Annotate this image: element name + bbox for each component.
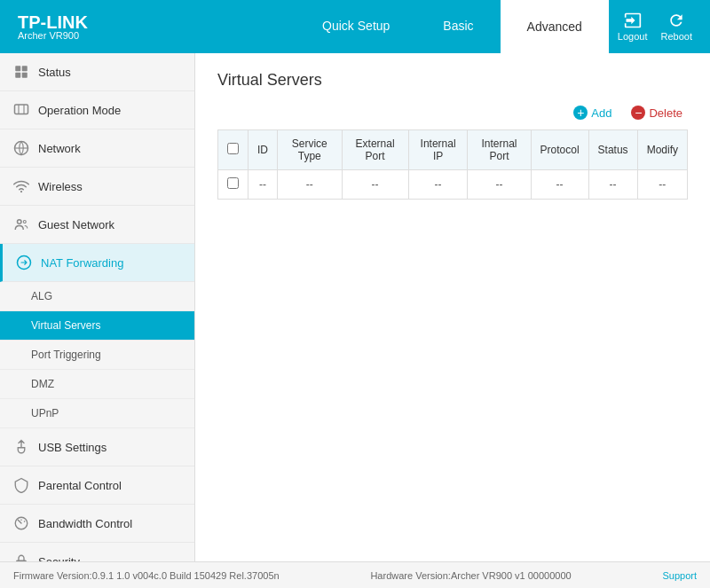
sidebar-item-wireless[interactable]: Wireless — [0, 168, 194, 206]
page-title: Virtual Servers — [217, 71, 688, 90]
col-protocol: Protocol — [531, 130, 588, 170]
operation-mode-icon — [13, 102, 29, 118]
table-cell: -- — [278, 170, 343, 200]
table-cell: -- — [637, 170, 687, 200]
tab-quick-setup[interactable]: Quick Setup — [296, 0, 416, 53]
table-cell: -- — [342, 170, 408, 200]
add-button[interactable]: + Add — [568, 103, 617, 122]
sidebar-item-status[interactable]: Status — [0, 53, 194, 91]
sidebar-subitem-port-triggering-label: Port Triggering — [31, 349, 101, 361]
select-all-checkbox[interactable] — [227, 143, 239, 154]
tab-advanced[interactable]: Advanced — [501, 0, 609, 53]
col-internal-port: Internal Port — [468, 130, 531, 170]
logo-model: Archer VR900 — [18, 31, 88, 41]
table-cell: -- — [408, 170, 468, 200]
content-area: Virtual Servers + Add − Delete ID Servic… — [195, 53, 710, 561]
svg-point-11 — [23, 221, 26, 223]
guest-network-icon — [13, 216, 29, 232]
logo-area: TP-LINK Archer VR900 — [18, 13, 88, 41]
sidebar-subitem-upnp[interactable]: UPnP — [0, 399, 194, 428]
main-layout: Status Operation Mode Network Wireless G… — [0, 53, 710, 561]
sidebar-item-security-label: Security — [38, 555, 80, 562]
sidebar-subitem-alg[interactable]: ALG — [0, 282, 194, 311]
sidebar-item-operation-mode[interactable]: Operation Mode — [0, 91, 194, 129]
tab-basic[interactable]: Basic — [416, 0, 500, 53]
sidebar-item-guest-network[interactable]: Guest Network — [0, 206, 194, 244]
wireless-icon — [13, 178, 29, 194]
security-icon — [13, 553, 29, 561]
header: TP-LINK Archer VR900 Quick Setup Basic A… — [0, 0, 710, 53]
sidebar-item-parental-control[interactable]: Parental Control — [0, 466, 194, 505]
col-service-type: Service Type — [278, 130, 343, 170]
sidebar-item-guest-network-label: Guest Network — [38, 218, 114, 231]
table-body: ---------------- — [218, 170, 688, 200]
sidebar-subitem-dmz-label: DMZ — [31, 378, 54, 390]
delete-label: Delete — [649, 106, 682, 120]
sidebar-item-nat-forwarding[interactable]: NAT Forwarding — [0, 244, 194, 282]
footer: Firmware Version:0.9.1 1.0 v004c.0 Build… — [0, 561, 710, 588]
table-cell: -- — [468, 170, 531, 200]
usb-settings-icon — [13, 439, 29, 455]
sidebar-subitem-upnp-label: UPnP — [31, 407, 59, 419]
sidebar-subitem-virtual-servers[interactable]: Virtual Servers — [0, 311, 194, 341]
col-modify: Modify — [637, 130, 687, 170]
sidebar-item-network-label: Network — [38, 142, 81, 155]
status-icon — [13, 64, 29, 80]
header-actions: Logout Reboot — [618, 12, 692, 42]
svg-rect-0 — [15, 66, 20, 71]
table-cell: -- — [531, 170, 588, 200]
delete-icon: − — [631, 106, 645, 120]
sidebar-item-bandwidth-control-label: Bandwidth Control — [38, 517, 132, 530]
sidebar-item-wireless-label: Wireless — [38, 180, 83, 193]
sidebar-subitem-dmz[interactable]: DMZ — [0, 370, 194, 399]
sidebar-subitem-port-triggering[interactable]: Port Triggering — [0, 341, 194, 370]
table-cell: -- — [588, 170, 637, 200]
svg-rect-2 — [15, 73, 20, 78]
table-actions: + Add − Delete — [217, 103, 688, 122]
sidebar-item-security[interactable]: Security — [0, 543, 194, 561]
sidebar-item-network[interactable]: Network — [0, 129, 194, 168]
table-header-row: ID Service Type External Port Internal I… — [218, 130, 688, 170]
bandwidth-control-icon — [13, 515, 29, 531]
col-status: Status — [588, 130, 637, 170]
sidebar-item-bandwidth-control[interactable]: Bandwidth Control — [0, 505, 194, 543]
nat-forwarding-icon — [16, 255, 32, 270]
nav-tabs: Quick Setup Basic Advanced — [296, 0, 609, 53]
col-id: ID — [248, 130, 278, 170]
sidebar-item-usb-settings[interactable]: USB Settings — [0, 428, 194, 466]
sidebar: Status Operation Mode Network Wireless G… — [0, 53, 195, 561]
row-checkbox[interactable] — [227, 177, 239, 189]
sidebar-item-status-label: Status — [38, 66, 71, 79]
svg-rect-14 — [17, 561, 27, 561]
col-internal-ip: Internal IP — [408, 130, 468, 170]
sidebar-item-usb-settings-label: USB Settings — [38, 441, 106, 454]
col-external-port: External Port — [342, 130, 408, 170]
svg-point-10 — [18, 220, 22, 224]
logo-name: TP-LINK — [18, 13, 88, 31]
hardware-info: Hardware Version:Archer VR900 v1 0000000… — [370, 570, 571, 581]
svg-rect-4 — [15, 105, 28, 114]
svg-rect-3 — [22, 73, 28, 78]
sidebar-item-operation-mode-label: Operation Mode — [38, 104, 121, 117]
parental-control-icon — [13, 477, 29, 493]
virtual-servers-table: ID Service Type External Port Internal I… — [217, 129, 688, 200]
reboot-label: Reboot — [661, 31, 692, 42]
network-icon — [13, 140, 29, 156]
reboot-button[interactable]: Reboot — [661, 12, 692, 42]
col-checkbox — [218, 130, 248, 170]
table-cell: -- — [248, 170, 278, 200]
svg-point-9 — [20, 191, 22, 192]
support-link[interactable]: Support — [662, 570, 697, 581]
firmware-info: Firmware Version:0.9.1 1.0 v004c.0 Build… — [13, 570, 280, 581]
table-cell — [218, 170, 248, 200]
sidebar-item-nat-forwarding-label: NAT Forwarding — [41, 256, 123, 270]
table-row: ---------------- — [218, 170, 688, 200]
logout-icon — [624, 12, 642, 29]
sidebar-subitem-virtual-servers-label: Virtual Servers — [31, 319, 100, 332]
add-label: Add — [591, 106, 611, 120]
logout-button[interactable]: Logout — [618, 12, 648, 42]
add-icon: + — [573, 106, 588, 120]
sidebar-item-parental-control-label: Parental Control — [38, 479, 122, 492]
delete-button[interactable]: − Delete — [626, 103, 688, 122]
reboot-icon — [667, 12, 685, 29]
